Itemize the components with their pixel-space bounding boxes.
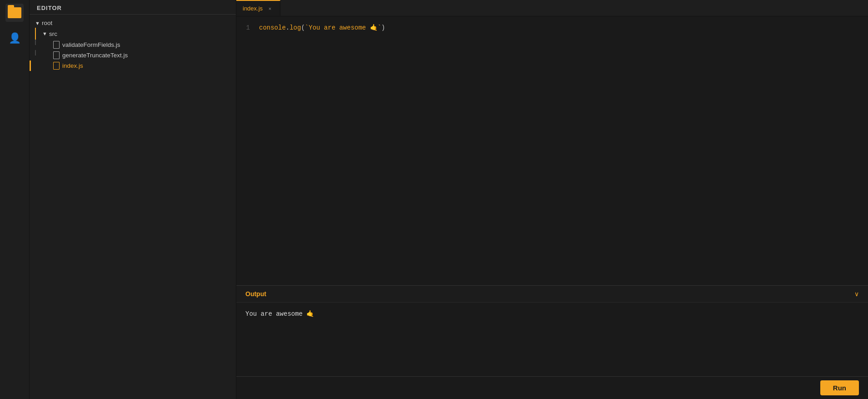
output-text: You are awesome 🤙 [245,310,314,318]
list-item[interactable]: generateTruncateText.js [30,50,236,61]
main-content: index.js × 1 console.log(`You are awesom… [236,0,868,399]
file-icon [53,41,60,49]
file-name: index.js [62,62,83,69]
root-label: root [42,20,52,26]
root-chevron: ▼ [35,20,40,26]
output-panel: Output ∨ You are awesome 🤙 [236,285,868,376]
folder-icon [8,7,21,18]
run-button[interactable]: Run [820,380,859,395]
files-activity-icon[interactable] [5,4,24,22]
svg-rect-1 [212,30,217,36]
output-content: You are awesome 🤙 [236,303,868,376]
code-token-close-paren: ) [381,24,385,31]
tab-index-js[interactable]: index.js × [236,0,280,16]
sidebar: EDITOR ▼ root ▼ src [30,0,236,399]
code-token-string: `You are awesome 🤙` [305,24,381,31]
code-token-log: log [289,24,301,31]
code-token-fn: console [259,24,286,31]
sidebar-title: EDITOR [37,5,62,11]
file-name: generateTruncateText.js [62,52,128,59]
file-icon [53,51,60,59]
sidebar-header: EDITOR [30,0,236,15]
output-title: Output [245,290,266,298]
new-folder-button[interactable] [199,29,208,38]
code-token-open-paren: ( [301,24,304,31]
list-item[interactable]: validateFormFields.js [30,40,236,50]
collaboration-activity-icon[interactable]: 👤 [5,29,24,47]
code-line-1: 1 console.log(`You are awesome 🤙`) [236,22,868,34]
code-content: console.log(`You are awesome 🤙`) [259,23,385,33]
bottom-bar: Run [236,376,868,399]
src-chevron: ▼ [42,31,47,36]
code-token-dot: . [286,24,289,31]
tree-src-folder[interactable]: ▼ src [30,28,236,40]
new-file-button[interactable] [210,29,219,38]
delete-button[interactable] [222,29,231,38]
editor-area[interactable]: 1 console.log(`You are awesome 🤙`) Outpu… [236,16,868,399]
file-name: validateFormFields.js [62,41,120,48]
output-chevron-icon[interactable]: ∨ [854,290,859,298]
output-header[interactable]: Output ∨ [236,286,868,303]
editor-content: 1 console.log(`You are awesome 🤙`) [236,16,868,285]
tab-close-button[interactable]: × [266,5,274,12]
active-indicator [30,61,31,71]
src-label: src [49,30,57,37]
file-tree: ▼ root ▼ src [30,15,236,399]
people-icon: 👤 [9,32,21,44]
list-item[interactable]: index.js [30,61,236,71]
line-number: 1 [236,23,259,33]
tree-root[interactable]: ▼ root [30,18,236,28]
svg-rect-2 [224,32,229,36]
file-icon [53,62,60,70]
activity-bar: 👤 [0,0,30,399]
tab-label: index.js [243,5,263,12]
tab-bar: index.js × [236,0,868,16]
